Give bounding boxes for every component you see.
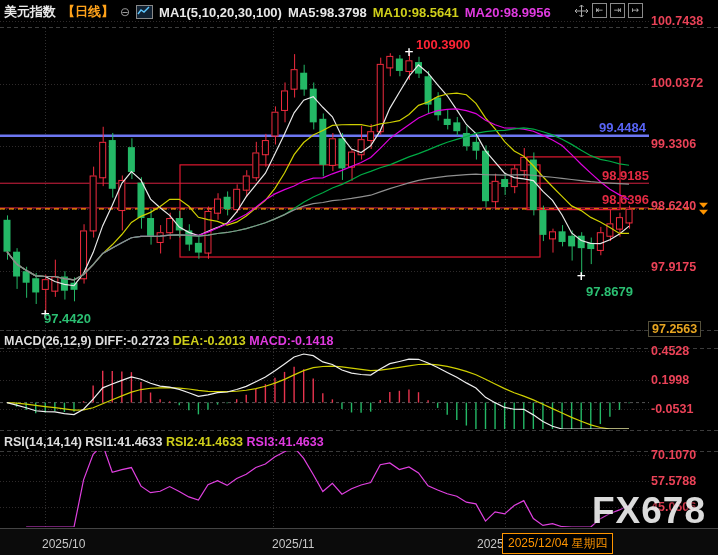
axis-tick-current-price: 98.6240 [651, 199, 696, 213]
crosshair-pan-icon[interactable] [574, 4, 589, 18]
period-label[interactable]: 【日线】 [62, 3, 114, 21]
axis-tick-5: 97.9175 [651, 260, 696, 274]
resistance1-label: 98.9185 [602, 168, 649, 183]
low2-label: 97.8679 [586, 284, 633, 299]
chart-type-icon[interactable] [136, 5, 153, 19]
axis-tick-3: 99.3306 [651, 137, 696, 151]
rsi1-value: RSI1:41.4633 [85, 435, 162, 449]
rsi-tick-2: 57.5788 [651, 474, 696, 488]
rsi3-value: RSI3:41.4633 [247, 435, 324, 449]
chart-app: { "header": { "symbol": "美元指数", "period"… [0, 0, 718, 555]
chart-header: 美元指数【日线】 ⊖ MA1(5,10,20,30,100) MA5:98.37… [4, 3, 551, 21]
macd-dea-value: DEA:-0.2013 [173, 334, 246, 348]
low1-label: 97.4420 [44, 311, 91, 326]
scroll-start-icon[interactable]: ⇤ [592, 3, 607, 18]
axis-tick-boxed: 97.2563 [648, 321, 701, 337]
rsi-header: RSI(14,14,14) RSI1:41.4633 RSI2:41.4633 … [4, 435, 324, 449]
axis-tick-2: 100.0372 [651, 76, 703, 90]
macd-tick-2: 0.1998 [651, 373, 689, 387]
watermark-logo: FX678 [592, 490, 706, 532]
collapse-icon[interactable]: ⊖ [120, 5, 130, 19]
macd-tick-1: 0.4528 [651, 344, 689, 358]
macd-tick-3: -0.0531 [651, 402, 693, 416]
axis-tick-1: 100.7438 [651, 14, 703, 28]
date-label-oct: 2025/10 [42, 537, 85, 551]
macd-header: MACD(26,12,9) DIFF:-0.2723 DEA:-0.2013 M… [4, 334, 333, 348]
rsi2-value: RSI2:41.4633 [166, 435, 243, 449]
blue-level-label: 99.4484 [599, 120, 646, 135]
ma5-value: MA5:98.3798 [288, 5, 367, 20]
high-price-label: 100.3900 [416, 37, 470, 52]
jump-latest-icon[interactable]: ↦ [628, 3, 643, 18]
macd-name[interactable]: MACD(26,12,9) [4, 334, 92, 348]
symbol-name: 美元指数 [4, 3, 56, 21]
rsi-tick-1: 70.1070 [651, 448, 696, 462]
scroll-end-icon[interactable]: ⇥ [610, 3, 625, 18]
chart-toolbar: ⇤ ⇥ ↦ [574, 3, 643, 18]
macd-macd-value: MACD:-0.1418 [249, 334, 333, 348]
macd-diff-value: DIFF:-0.2723 [95, 334, 169, 348]
ma10-value: MA10:98.5641 [373, 5, 459, 20]
rsi-name[interactable]: RSI(14,14,14) [4, 435, 82, 449]
ma-settings-label[interactable]: MA1(5,10,20,30,100) [159, 5, 282, 20]
ma20-value: MA20:98.9956 [465, 5, 551, 20]
current-date-badge: 2025/12/04 星期四 [502, 533, 613, 554]
resistance2-label: 98.6396 [602, 192, 649, 207]
date-label-nov: 2025/11 [272, 537, 315, 551]
chart-canvas[interactable] [0, 0, 718, 555]
